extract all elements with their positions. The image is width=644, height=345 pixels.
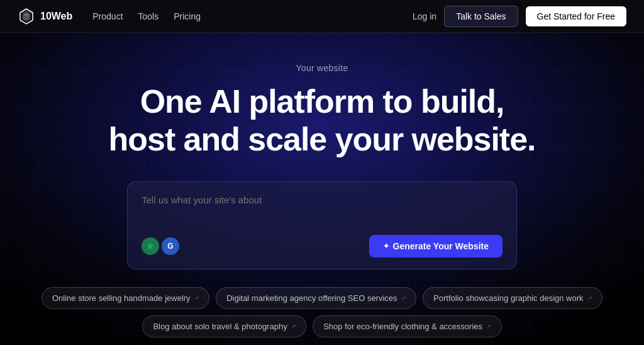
- hero-title-line2: host and scale your website.: [109, 121, 536, 157]
- chip-blog[interactable]: Blog about solo travel & photography ↑: [142, 315, 306, 337]
- hero-section: Your website One AI platform to build, h…: [0, 33, 644, 345]
- nav-tools[interactable]: Tools: [138, 11, 159, 21]
- hero-title-line1: One AI platform to build,: [140, 83, 504, 120]
- get-started-button[interactable]: Get Started for Free: [526, 6, 627, 26]
- chips-row-1: Online store selling handmade jewelry ↑ …: [42, 287, 602, 309]
- generate-label: Generate Your Website: [393, 241, 489, 251]
- chip-jewelry[interactable]: Online store selling handmade jewelry ↑: [42, 287, 209, 309]
- chip-blog-label: Blog about solo travel & photography: [153, 322, 287, 331]
- chip-shop-label: Shop for eco-friendly clothing & accesso…: [323, 322, 482, 331]
- chip-shop-arrow: ↑: [486, 322, 493, 330]
- logo-text: 10Web: [40, 11, 72, 22]
- navbar: 10Web Product Tools Pricing Log in Talk …: [0, 0, 644, 33]
- chip-portfolio[interactable]: Portfolio showcasing graphic design work…: [423, 287, 602, 309]
- nav-links: Product Tools Pricing: [92, 11, 413, 21]
- website-description-input[interactable]: [142, 195, 502, 227]
- nav-product[interactable]: Product: [92, 11, 123, 21]
- chip-jewelry-label: Online store selling handmade jewelry: [52, 293, 191, 303]
- trustpilot-icon: [142, 237, 159, 255]
- chip-seo-label: Digital marketing agency offering SEO se…: [226, 293, 397, 303]
- chips-row-2: Blog about solo travel & photography ↑ S…: [142, 315, 501, 337]
- hero-title: One AI platform to build, host and scale…: [109, 83, 536, 159]
- svg-marker-0: [147, 242, 154, 250]
- chip-seo[interactable]: Digital marketing agency offering SEO se…: [216, 287, 416, 309]
- chip-portfolio-arrow: ↑: [586, 294, 594, 302]
- chip-shop[interactable]: Shop for eco-friendly clothing & accesso…: [313, 315, 501, 337]
- chip-blog-arrow: ↑: [290, 322, 297, 330]
- google-icon: G: [162, 237, 179, 255]
- logo[interactable]: 10Web: [18, 8, 72, 25]
- chip-seo-arrow: ↑: [400, 294, 408, 302]
- hero-subtitle: Your website: [296, 63, 348, 73]
- input-footer: G Generate Your Website: [142, 235, 502, 257]
- nav-right: Log in Talk to Sales Get Started for Fre…: [413, 6, 626, 27]
- nav-pricing[interactable]: Pricing: [174, 11, 201, 21]
- login-button[interactable]: Log in: [413, 11, 436, 21]
- chip-jewelry-arrow: ↑: [193, 294, 201, 302]
- website-input-card: G Generate Your Website: [127, 181, 517, 269]
- talk-to-sales-button[interactable]: Talk to Sales: [444, 6, 518, 27]
- generate-website-button[interactable]: Generate Your Website: [369, 235, 503, 257]
- logo-icon: [18, 8, 35, 25]
- input-icons: G: [142, 237, 179, 255]
- chip-portfolio-label: Portfolio showcasing graphic design work: [433, 293, 583, 303]
